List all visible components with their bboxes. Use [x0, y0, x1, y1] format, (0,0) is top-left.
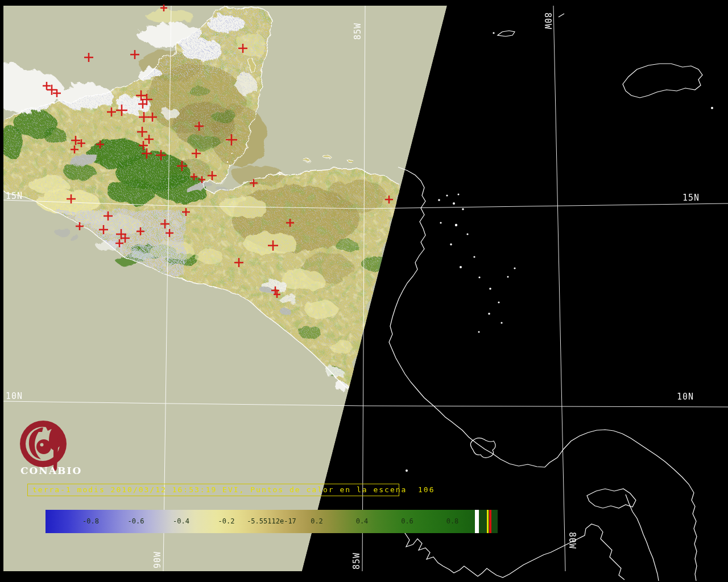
colorbar-tick: 0.6 — [401, 517, 413, 525]
colorbar-tick: 0.2 — [311, 517, 323, 525]
lon-label-80w-bottom: 80W — [568, 532, 577, 549]
colorbar-white-stripe — [475, 510, 479, 533]
colorbar-tick: -0.8 — [82, 517, 99, 525]
colorbar-tick: -0.2 — [218, 517, 235, 525]
lat-label-10n-right: 10N — [677, 392, 694, 401]
lon-label-85w-bottom: 85W — [352, 552, 361, 569]
lon-label-80w-top: 80W — [543, 13, 552, 30]
satellite-map-screen: 15N 15N 10N 10N 85W 80W 90W 85W 80W terr… — [0, 0, 728, 582]
lat-label-15n-right: 15N — [682, 193, 700, 202]
conabio-wordmark: CONABIO — [20, 465, 82, 476]
lat-label-10n-left: 10N — [6, 392, 23, 401]
colorbar-end-segment — [479, 510, 498, 533]
colorbar-yellow-stripe — [487, 510, 489, 533]
colorbar-red-stripe — [489, 510, 491, 533]
colorbar-tick: 0.8 — [446, 517, 459, 525]
evi-colorbar: -0.8-0.6-0.4-0.2-5.55112e-170.20.40.60.8 — [46, 510, 498, 533]
conabio-emblem — [20, 421, 67, 471]
colorbar-tick: 0.4 — [356, 517, 369, 525]
colorbar-tick: -5.55112e-17 — [247, 517, 296, 525]
colorbar-tick: -0.6 — [128, 517, 144, 525]
colorbar-tick: -0.4 — [173, 517, 189, 525]
lat-label-15n-left: 15N — [6, 192, 23, 201]
caption-text: terra-1 modis 2010/03/12 16:53:19 EVI, P… — [32, 485, 435, 494]
lon-label-90w-bottom: 90W — [153, 551, 162, 568]
lon-label-85w-top: 85W — [353, 23, 362, 40]
caption-box: terra-1 modis 2010/03/12 16:53:19 EVI, P… — [27, 484, 399, 496]
